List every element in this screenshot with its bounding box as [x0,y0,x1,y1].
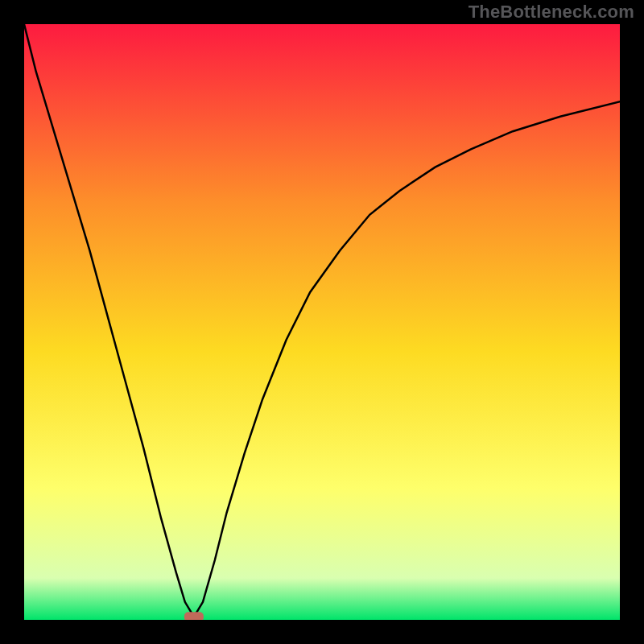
watermark-text: TheBottleneck.com [469,2,634,23]
plot-background [24,24,620,620]
min-marker-icon [184,612,204,620]
outer-black-frame: TheBottleneck.com [0,0,644,644]
chart-canvas [24,24,620,620]
